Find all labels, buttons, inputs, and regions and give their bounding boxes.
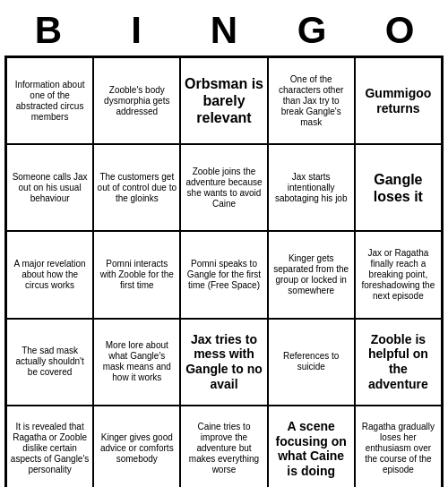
bingo-cell-r3-c4[interactable]: Zooble is helpful on the adventure <box>355 319 442 406</box>
bingo-cell-r0-c4[interactable]: Gummigoo returns <box>355 57 442 144</box>
letter-row: BINGO <box>4 5 444 56</box>
bingo-letter-N: N <box>185 9 263 52</box>
bingo-cell-r0-c0[interactable]: Information about one of the abstracted … <box>6 57 93 144</box>
bingo-cell-r0-c3[interactable]: One of the characters other than Jax try… <box>268 57 355 144</box>
bingo-cell-r4-c0[interactable]: It is revealed that Ragatha or Zooble di… <box>6 406 93 487</box>
bingo-cell-r4-c2[interactable]: Caine tries to improve the adventure but… <box>180 406 267 487</box>
bingo-cell-r1-c4[interactable]: Gangle loses it <box>355 144 442 231</box>
bingo-cell-r1-c0[interactable]: Someone calls Jax out on his usual behav… <box>6 144 93 231</box>
bingo-cell-r3-c2[interactable]: Jax tries to mess with Gangle to no avai… <box>180 319 267 406</box>
bingo-cell-r4-c1[interactable]: Kinger gives good advice or comforts som… <box>93 406 180 487</box>
bingo-cell-r1-c3[interactable]: Jax starts intentionally sabotaging his … <box>268 144 355 231</box>
bingo-cell-r3-c0[interactable]: The sad mask actually shouldn't be cover… <box>6 319 93 406</box>
bingo-cell-r1-c2[interactable]: Zooble joins the adventure because she w… <box>180 144 267 231</box>
bingo-cell-r1-c1[interactable]: The customers get out of control due to … <box>93 144 180 231</box>
bingo-cell-r0-c2[interactable]: Orbsman is barely relevant <box>180 57 267 144</box>
bingo-letter-B: B <box>9 9 88 52</box>
bingo-cell-r2-c3[interactable]: Kinger gets separated from the group or … <box>268 231 355 318</box>
bingo-letter-G: G <box>272 9 351 52</box>
bingo-cell-r3-c1[interactable]: More lore about what Gangle's mask means… <box>93 319 180 406</box>
bingo-grid: Information about one of the abstracted … <box>4 56 444 487</box>
bingo-letter-I: I <box>97 9 176 52</box>
bingo-cell-r2-c1[interactable]: Pomni interacts with Zooble for the firs… <box>93 231 180 318</box>
bingo-cell-r4-c3[interactable]: A scene focusing on what Caine is doing <box>268 406 355 487</box>
bingo-cell-r2-c4[interactable]: Jax or Ragatha finally reach a breaking … <box>355 231 442 318</box>
bingo-cell-r2-c2[interactable]: Pomni speaks to Gangle for the first tim… <box>180 231 267 318</box>
bingo-letter-O: O <box>360 9 439 52</box>
bingo-container: BINGO Information about one of the abstr… <box>0 5 448 487</box>
bingo-cell-r2-c0[interactable]: A major revelation about how the circus … <box>6 231 93 318</box>
bingo-cell-r4-c4[interactable]: Ragatha gradually loses her enthusiasm o… <box>355 406 442 487</box>
bingo-cell-r0-c1[interactable]: Zooble's body dysmorphia gets addressed <box>93 57 180 144</box>
bingo-cell-r3-c3[interactable]: References to suicide <box>268 319 355 406</box>
